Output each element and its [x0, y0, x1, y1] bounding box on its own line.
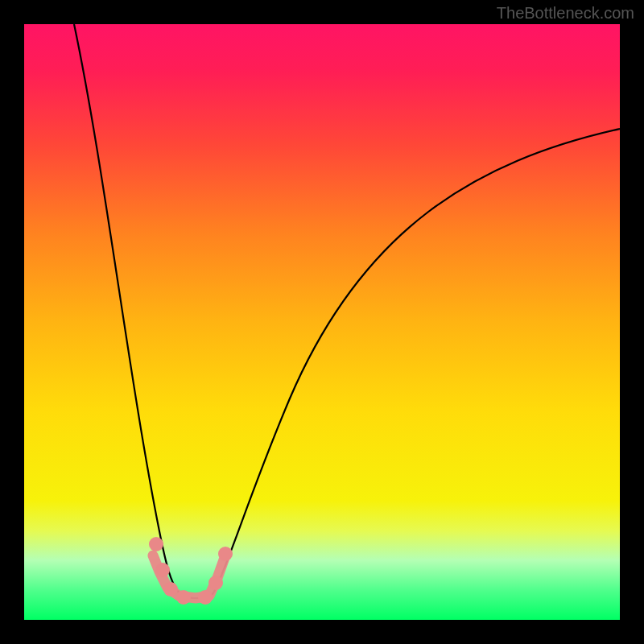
gradient-bg: [24, 24, 620, 620]
notch-dot: [208, 576, 223, 590]
notch-dot: [163, 582, 178, 597]
chart-container: TheBottleneck.com: [0, 0, 644, 644]
notch-dot: [218, 547, 233, 561]
notch-dot: [198, 590, 213, 605]
notch-dot: [149, 537, 163, 551]
notch-dot: [155, 563, 170, 577]
watermark-text: TheBottleneck.com: [497, 4, 634, 23]
plot-area: [24, 24, 620, 620]
notch-dot: [176, 590, 191, 605]
chart-svg: [24, 24, 620, 620]
